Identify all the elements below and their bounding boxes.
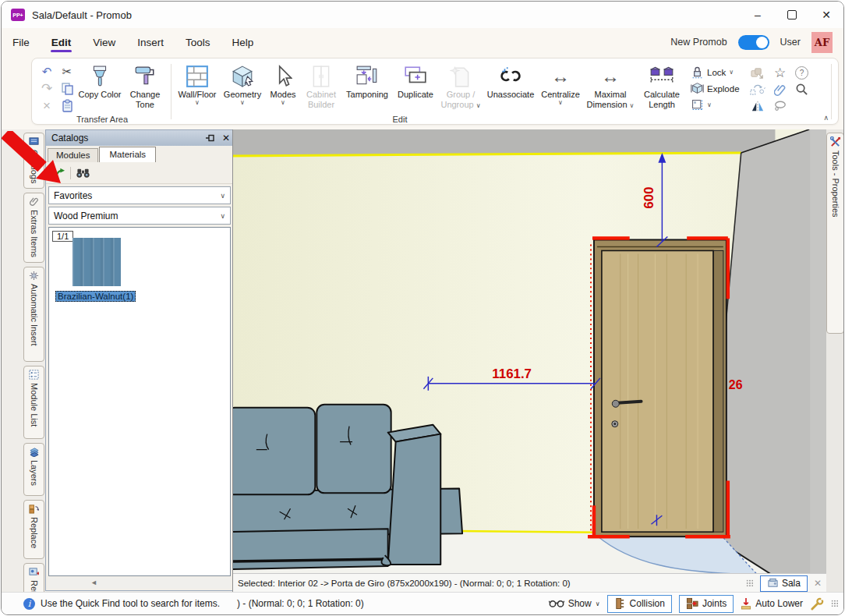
lasso-icon[interactable] <box>773 100 787 112</box>
new-promob-label: New Promob <box>670 37 727 48</box>
duplicate-button[interactable]: Duplicate <box>393 61 438 100</box>
tab-modules[interactable]: Modules <box>48 148 98 162</box>
centralize-button[interactable]: ↔ Centralize ∨ <box>538 61 583 106</box>
materials-list[interactable]: 1/1 Brazilian-Walnut(1) <box>48 227 231 576</box>
door-handle <box>617 402 642 403</box>
dimension-width-label: 1161.7 <box>492 366 532 381</box>
unassociate-button[interactable]: Unassociate <box>483 61 538 100</box>
window-title: Sala/Default - Promob <box>32 9 132 21</box>
modes-button[interactable]: Modes ∨ <box>265 61 301 106</box>
minimize-button[interactable]: – <box>741 2 775 28</box>
sidebar-tab-extras-items[interactable]: Extras Items <box>23 193 44 263</box>
catalog-dropdown[interactable]: Wood Premium ∨ <box>48 207 231 225</box>
find-binoculars-icon[interactable] <box>76 166 90 179</box>
material-thumbnail[interactable] <box>72 238 121 286</box>
cut-icon[interactable]: ✂ <box>62 65 72 77</box>
sala-scene-button[interactable]: Sala <box>760 575 808 592</box>
undo-icon[interactable]: ↶ <box>42 65 52 77</box>
paint-roller-icon <box>133 63 157 90</box>
materials-scrollbar[interactable]: ◄ <box>48 578 231 589</box>
viewport: 600 1161.7 26 <box>232 129 826 593</box>
tamponing-icon <box>355 63 379 90</box>
quick-find-hint: Use the Quick Find tool to search for it… <box>41 598 220 609</box>
sidebar-tab-module-list[interactable]: Module List <box>23 366 44 439</box>
calculate-length-button[interactable]: Calculate Length <box>638 61 686 109</box>
info-icon: i <box>23 598 35 610</box>
cabinet-builder-button[interactable]: Cabinet Builder <box>301 61 341 109</box>
collision-button[interactable]: Collision <box>607 595 672 613</box>
chevron-down-icon: ∨ <box>729 69 734 76</box>
sidebar-tab-replace[interactable]: Replace <box>23 500 44 559</box>
catalogs-panel-header: Catalogs ✕ <box>46 130 233 146</box>
resize-grip[interactable] <box>831 600 839 607</box>
paperclip-icon[interactable] <box>774 83 786 97</box>
favorites-star-icon[interactable]: ☆ <box>774 66 786 80</box>
close-button[interactable]: ✕ <box>809 2 843 28</box>
maximize-button[interactable] <box>775 2 809 28</box>
menu-file[interactable]: File <box>2 32 41 53</box>
settings-wrench-icon[interactable] <box>810 597 824 611</box>
toggle-knob <box>756 37 768 48</box>
resize-grip[interactable] <box>746 579 754 587</box>
wall-floor-button[interactable]: Wall/Floor ∨ <box>175 61 220 106</box>
paste-icon[interactable] <box>61 99 74 112</box>
module-list-icon <box>29 370 39 380</box>
replace-modules-icon[interactable] <box>750 66 765 80</box>
joints-button[interactable]: Joints <box>679 595 734 613</box>
material-name-label[interactable]: Brazilian-Walnut(1) <box>55 291 136 302</box>
menu-tools[interactable]: Tools <box>175 32 221 53</box>
user-label: User <box>780 37 801 48</box>
favorites-dropdown[interactable]: Favorites ∨ <box>48 186 231 204</box>
catalogs-panel: Catalogs ✕ Modules Materials Favorites ∨ <box>45 129 234 591</box>
tools-properties-tab[interactable]: Tools - Properties <box>826 133 844 334</box>
lock-button[interactable]: Lock ∨ <box>691 65 740 79</box>
redo-icon[interactable]: ↷ <box>41 82 52 95</box>
geometry-button[interactable]: Geometry ∨ <box>220 61 265 106</box>
copy-icon[interactable] <box>61 82 74 95</box>
sofa[interactable] <box>233 405 462 569</box>
menu-help[interactable]: Help <box>221 32 265 53</box>
glasses-icon <box>549 599 564 608</box>
sidebar-tab-automatic-insert[interactable]: Automatic Insert <box>23 267 44 362</box>
menu-insert[interactable]: Insert <box>126 32 175 53</box>
pin-icon[interactable] <box>206 134 217 142</box>
joints-icon <box>686 597 698 610</box>
tab-materials[interactable]: Materials <box>99 147 156 162</box>
mirror-icon[interactable] <box>751 100 765 112</box>
close-scene-icon[interactable]: ✕ <box>814 578 822 589</box>
level-up-icon[interactable] <box>51 165 65 180</box>
menu-edit[interactable]: Edit <box>41 32 83 53</box>
new-promob-toggle[interactable] <box>738 35 769 50</box>
dimension-style-button[interactable]: ∨ <box>691 98 740 112</box>
show-dropdown[interactable]: Show ∨ <box>549 598 600 609</box>
scroll-left-icon[interactable]: ◄ <box>90 579 97 586</box>
chevron-down-icon: ∨ <box>707 102 712 108</box>
sidebar-tab-catalogs[interactable]: Catalogs <box>23 133 44 189</box>
group-ungroup-button[interactable]: Group / Ungroup ∨ <box>438 61 483 109</box>
delete-icon[interactable]: × <box>43 99 51 112</box>
replace-icon <box>29 504 39 514</box>
copy-color-button[interactable]: Copy Color <box>77 61 122 100</box>
automatic-insert-icon <box>29 271 39 281</box>
tamponing-button[interactable]: Tamponing <box>341 61 393 100</box>
catalogs-tabs: Modules Materials <box>46 146 233 162</box>
door[interactable] <box>594 240 727 537</box>
auto-lower-button[interactable]: Auto Lower <box>741 597 803 610</box>
reapply-icon[interactable] <box>749 83 765 96</box>
search-icon[interactable] <box>795 83 808 96</box>
sidebar-tab-layers[interactable]: Layers <box>23 443 44 496</box>
left-right-arrow-icon: ↔ <box>601 63 620 90</box>
change-tone-button[interactable]: Change Tone <box>122 61 168 109</box>
maximize-icon <box>787 10 797 19</box>
collapse-ribbon-icon[interactable]: ∧ <box>823 114 829 122</box>
explode-icon <box>691 82 704 95</box>
maximal-dimension-button[interactable]: ↔ Maximal Dimension ∨ <box>583 61 638 109</box>
toolbar-separator <box>70 167 71 179</box>
avatar[interactable]: AF <box>811 32 833 53</box>
room-3d-view[interactable]: 600 1161.7 26 <box>233 129 826 574</box>
menu-view[interactable]: View <box>82 32 126 53</box>
app-window: PP+ Sala/Default - Promob – ✕ File Edit … <box>1 1 844 615</box>
explode-button[interactable]: Explode <box>691 82 740 95</box>
help-icon[interactable]: ? <box>795 66 808 80</box>
close-panel-icon[interactable]: ✕ <box>222 133 230 143</box>
